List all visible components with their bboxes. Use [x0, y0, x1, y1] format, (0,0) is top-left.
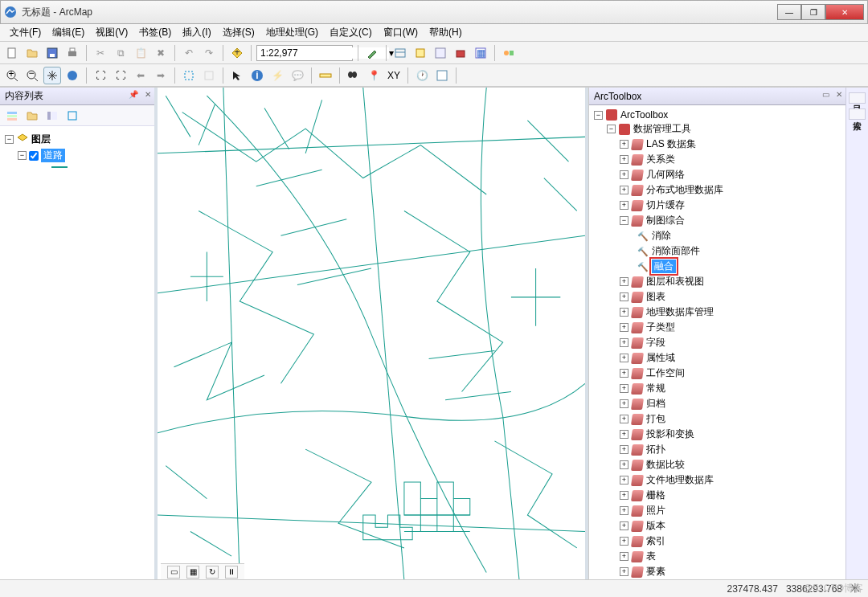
- search-window-button[interactable]: [432, 44, 449, 62]
- expander-icon[interactable]: +: [620, 338, 628, 347]
- editor-toolbar-button[interactable]: [363, 44, 381, 62]
- toolset-item[interactable]: +关系类: [589, 152, 845, 167]
- tab-catalog[interactable]: 目录: [849, 92, 866, 104]
- fixed-zoom-out-button[interactable]: ⛶: [112, 67, 129, 84]
- toolset-item[interactable]: +图层和表视图: [589, 274, 845, 289]
- layer-visibility-checkbox[interactable]: [29, 151, 39, 161]
- close-button[interactable]: ✕: [825, 4, 864, 20]
- minimize-button[interactable]: —: [777, 4, 801, 20]
- zoom-out-button[interactable]: −: [23, 67, 41, 84]
- pin-icon[interactable]: 📌: [129, 90, 138, 99]
- identify-button[interactable]: i: [248, 67, 266, 84]
- full-extent-button[interactable]: [63, 67, 81, 84]
- add-data-button[interactable]: +: [228, 44, 246, 62]
- toolset-item[interactable]: +切片缓存: [589, 198, 845, 213]
- find-button[interactable]: [345, 67, 362, 84]
- close-icon[interactable]: ✕: [836, 90, 842, 99]
- menu-customize[interactable]: 自定义(C): [325, 24, 377, 41]
- arctoolbox-tree[interactable]: − ArcToolbox − 数据管理工具 +LAS 数据集 +关系类 +几何网…: [589, 105, 845, 579]
- expander-icon[interactable]: −: [18, 151, 27, 160]
- toolset-item[interactable]: +常规: [589, 381, 845, 396]
- expander-icon[interactable]: +: [620, 521, 628, 530]
- menu-bookmarks[interactable]: 书签(B): [134, 24, 176, 41]
- cut-button[interactable]: ✂: [92, 44, 109, 62]
- map-scale-combo[interactable]: 1: ▾: [256, 45, 353, 61]
- menu-geoprocessing[interactable]: 地理处理(G): [261, 24, 323, 41]
- expander-icon[interactable]: +: [620, 308, 628, 317]
- toc-layer-row[interactable]: − 道路: [5, 148, 149, 163]
- save-button[interactable]: [43, 44, 61, 62]
- toolset-item[interactable]: +文件地理数据库: [589, 472, 845, 488]
- toolset-item[interactable]: +属性域: [589, 350, 845, 366]
- tool-eliminate-polygon-part[interactable]: 消除面部件: [589, 243, 845, 259]
- menu-windows[interactable]: 窗口(W): [379, 24, 423, 41]
- toolset-generalization[interactable]: −制图综合: [589, 213, 845, 228]
- toc-tree[interactable]: − 图层 − 道路: [0, 126, 154, 579]
- pause-drawing-button[interactable]: ⏸: [225, 566, 238, 579]
- toolset-item[interactable]: +版本: [589, 518, 845, 534]
- expander-icon[interactable]: +: [620, 460, 628, 469]
- refresh-button[interactable]: ↻: [206, 566, 219, 579]
- list-by-visibility-button[interactable]: [43, 107, 61, 125]
- time-slider-button[interactable]: 🕐: [413, 67, 431, 84]
- select-features-button[interactable]: [180, 67, 198, 84]
- toolset-item[interactable]: +几何网络: [589, 167, 845, 182]
- toolset-item[interactable]: +分布式地理数据库: [589, 182, 845, 198]
- menu-view[interactable]: 视图(V): [91, 24, 133, 41]
- toolset-item[interactable]: +投影和变换: [589, 427, 845, 442]
- select-elements-button[interactable]: [228, 67, 246, 84]
- expander-icon[interactable]: +: [620, 537, 628, 546]
- expander-icon[interactable]: +: [620, 445, 628, 454]
- expander-icon[interactable]: +: [620, 506, 628, 515]
- expander-icon[interactable]: +: [620, 155, 628, 164]
- copy-button[interactable]: ⧉: [112, 44, 129, 62]
- pin-icon[interactable]: ▭: [822, 90, 829, 99]
- back-button[interactable]: ⬅: [132, 67, 149, 84]
- catalog-button[interactable]: [411, 44, 429, 62]
- toolset-item[interactable]: +打包: [589, 411, 845, 427]
- zoom-in-button[interactable]: +: [3, 67, 21, 84]
- toolset-item[interactable]: +数据比较: [589, 457, 845, 472]
- layer-symbol-swatch[interactable]: [51, 166, 68, 168]
- model-builder-button[interactable]: [500, 44, 518, 62]
- clear-selection-button[interactable]: [200, 67, 218, 84]
- toolset-item[interactable]: +要素: [589, 564, 845, 579]
- menu-file[interactable]: 文件(F): [5, 24, 46, 41]
- toc-button[interactable]: [391, 44, 409, 62]
- delete-button[interactable]: ✖: [152, 44, 170, 62]
- toolset-item[interactable]: +栅格: [589, 488, 845, 503]
- expander-icon[interactable]: +: [620, 415, 628, 423]
- toolset-item[interactable]: +照片: [589, 503, 845, 518]
- expander-icon[interactable]: +: [620, 552, 628, 561]
- expander-icon[interactable]: −: [620, 216, 628, 225]
- expander-icon[interactable]: +: [620, 323, 628, 332]
- list-by-drawing-order-button[interactable]: [3, 107, 21, 125]
- map-canvas[interactable]: [158, 88, 588, 579]
- open-button[interactable]: [23, 44, 41, 62]
- go-to-xy-button[interactable]: XY: [385, 67, 403, 84]
- toolset-item[interactable]: +工作空间: [589, 366, 845, 381]
- undo-button[interactable]: ↶: [180, 44, 198, 62]
- html-popup-button[interactable]: 💬: [289, 67, 306, 84]
- toolset-item[interactable]: +LAS 数据集: [589, 137, 845, 152]
- toolset-item[interactable]: +归档: [589, 396, 845, 411]
- toolset-item[interactable]: +子类型: [589, 320, 845, 335]
- expander-icon[interactable]: +: [620, 140, 628, 149]
- menu-selection[interactable]: 选择(S): [218, 24, 260, 41]
- list-by-selection-button[interactable]: [63, 107, 81, 125]
- expander-icon[interactable]: +: [620, 476, 628, 485]
- python-button[interactable]: ▦: [472, 44, 489, 62]
- expander-icon[interactable]: +: [620, 186, 628, 194]
- toolset-item[interactable]: +图表: [589, 289, 845, 305]
- expander-icon[interactable]: +: [620, 567, 628, 576]
- menu-insert[interactable]: 插入(I): [178, 24, 215, 41]
- toc-root-row[interactable]: − 图层: [5, 131, 149, 148]
- expander-icon[interactable]: +: [620, 399, 628, 408]
- list-by-source-button[interactable]: [23, 107, 41, 125]
- maximize-button[interactable]: ❐: [801, 4, 825, 20]
- close-icon[interactable]: ✕: [145, 90, 151, 99]
- menu-edit[interactable]: 编辑(E): [47, 24, 89, 41]
- expander-icon[interactable]: −: [5, 135, 14, 144]
- layout-view-button[interactable]: ▦: [186, 566, 199, 579]
- pan-button[interactable]: [43, 67, 61, 84]
